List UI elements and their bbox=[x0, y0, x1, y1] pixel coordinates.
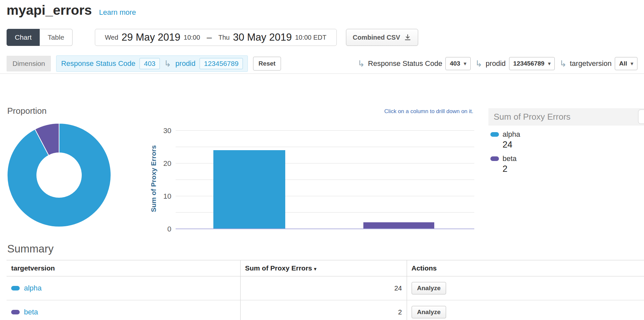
drilldown-name: prodid bbox=[485, 59, 505, 68]
chart-tab[interactable]: Chart bbox=[7, 29, 40, 46]
drilldown-targetversion: ↳ targetversion All ▾ bbox=[559, 57, 637, 70]
header: myapi_errors Learn more bbox=[7, 3, 136, 18]
drilldown-arrow-icon: ↳ bbox=[475, 59, 483, 68]
row-value: 24 bbox=[240, 276, 407, 300]
analyze-button[interactable]: Analyze bbox=[412, 282, 446, 294]
donut-chart[interactable] bbox=[6, 122, 112, 228]
summary-heading: Summary bbox=[7, 243, 54, 255]
divider bbox=[0, 73, 644, 74]
color-swatch bbox=[490, 156, 499, 161]
drilldown-response-status-code: ↳ Response Status Code 403 ▾ bbox=[357, 57, 470, 70]
y-tick-label: 20 bbox=[163, 159, 171, 168]
chevron-down-icon: ▾ bbox=[548, 61, 551, 67]
drilldown-selected-value: All bbox=[619, 60, 627, 67]
column-header-label: Sum of Proxy Errors bbox=[245, 264, 312, 272]
start-day: Wed bbox=[105, 34, 118, 41]
date-range-picker[interactable]: Wed 29 May 2019 10:00 – Thu 30 May 2019 … bbox=[95, 29, 337, 46]
summary-table: targetversion Sum of Proxy Errors▾ Actio… bbox=[7, 260, 644, 320]
download-icon bbox=[404, 34, 411, 41]
start-date: 29 May 2019 bbox=[121, 31, 180, 43]
column-header-targetversion[interactable]: targetversion bbox=[7, 260, 240, 276]
combined-csv-button[interactable]: Combined CSV bbox=[346, 29, 418, 46]
toolbar: Chart Table Wed 29 May 2019 10:00 – Thu … bbox=[7, 29, 418, 46]
view-toggle: Chart Table bbox=[7, 29, 73, 46]
drill-hint: Click on a column to drill down on it. bbox=[341, 108, 473, 115]
drilldown-name: Response Status Code bbox=[368, 59, 442, 68]
row-link-beta[interactable]: beta bbox=[24, 308, 38, 316]
analyze-button[interactable]: Analyze bbox=[412, 306, 446, 318]
proportion-label: Proportion bbox=[7, 106, 47, 116]
color-swatch bbox=[11, 286, 20, 290]
date-range-separator: – bbox=[207, 32, 212, 43]
legend-collapse-handle[interactable] bbox=[638, 110, 644, 124]
legend-item-value: 24 bbox=[503, 140, 644, 150]
drilldown-prodid: ↳ prodid 123456789 ▾ bbox=[475, 57, 555, 70]
drilldown-selected-value: 123456789 bbox=[513, 60, 545, 67]
end-day: Thu bbox=[218, 34, 229, 41]
legend-item: beta 2 bbox=[490, 154, 644, 174]
chevron-down-icon: ▾ bbox=[631, 61, 633, 67]
dimension-bar: Dimension Response Status Code 403 ↳ pro… bbox=[7, 55, 637, 72]
column-header-actions: Actions bbox=[407, 260, 644, 276]
column-header-sum-of-proxy-errors[interactable]: Sum of Proxy Errors▾ bbox=[240, 260, 407, 276]
learn-more-link[interactable]: Learn more bbox=[99, 8, 136, 17]
color-swatch bbox=[11, 310, 20, 314]
combined-csv-label: Combined CSV bbox=[353, 34, 400, 41]
page-title: myapi_errors bbox=[7, 3, 92, 18]
drilldown-arrow-icon: ↳ bbox=[164, 59, 171, 68]
chevron-down-icon: ▾ bbox=[464, 61, 466, 67]
sort-desc-icon: ▾ bbox=[314, 266, 316, 271]
filter-name-response-status-code[interactable]: Response Status Code bbox=[61, 59, 135, 68]
dimension-label: Dimension bbox=[7, 56, 51, 71]
end-date: 30 May 2019 bbox=[233, 31, 292, 43]
legend-title: Sum of Proxy Errors bbox=[488, 108, 644, 126]
y-tick-label: 0 bbox=[167, 225, 171, 233]
table-tab[interactable]: Table bbox=[40, 29, 72, 46]
y-tick-label: 30 bbox=[163, 127, 171, 135]
bar-beta[interactable] bbox=[363, 222, 434, 229]
bar-chart[interactable]: 0102030 bbox=[141, 126, 483, 236]
drilldown-select-response-status-code[interactable]: 403 ▾ bbox=[445, 57, 470, 70]
reset-button[interactable]: Reset bbox=[253, 57, 281, 70]
legend-panel: Sum of Proxy Errors alpha 24 beta 2 bbox=[488, 108, 644, 177]
drilldown-name: targetversion bbox=[570, 59, 612, 68]
y-tick-label: 10 bbox=[163, 192, 171, 200]
drilldown-arrow-icon: ↳ bbox=[357, 59, 365, 68]
row-value: 2 bbox=[240, 300, 407, 320]
table-row: alpha 24 Analyze bbox=[7, 276, 644, 300]
filter-value-chip-403[interactable]: 403 bbox=[140, 58, 160, 69]
drilldown-selected-value: 403 bbox=[450, 60, 460, 67]
drilldown-arrow-icon: ↳ bbox=[559, 59, 567, 68]
drilldown-selectors: ↳ Response Status Code 403 ▾ ↳ prodid 12… bbox=[357, 57, 637, 70]
filter-value-chip-prodid[interactable]: 123456789 bbox=[200, 58, 243, 69]
end-time: 10:00 EDT bbox=[295, 34, 327, 41]
legend-item-label[interactable]: alpha bbox=[503, 130, 520, 139]
color-swatch bbox=[490, 132, 499, 137]
legend-item-value: 2 bbox=[503, 164, 644, 174]
table-header-row: targetversion Sum of Proxy Errors▾ Actio… bbox=[7, 260, 644, 276]
row-link-alpha[interactable]: alpha bbox=[24, 284, 42, 292]
table-row: beta 2 Analyze bbox=[7, 300, 644, 320]
drilldown-select-targetversion[interactable]: All ▾ bbox=[615, 57, 637, 70]
drilldown-select-prodid[interactable]: 123456789 ▾ bbox=[509, 57, 555, 70]
bar-alpha[interactable] bbox=[213, 150, 285, 229]
start-time: 10:00 bbox=[184, 34, 200, 41]
filter-name-prodid[interactable]: prodid bbox=[175, 59, 195, 68]
legend-item: alpha 24 bbox=[490, 130, 644, 150]
active-filters: Response Status Code 403 ↳ prodid 123456… bbox=[56, 55, 247, 72]
legend-item-label[interactable]: beta bbox=[503, 154, 517, 163]
